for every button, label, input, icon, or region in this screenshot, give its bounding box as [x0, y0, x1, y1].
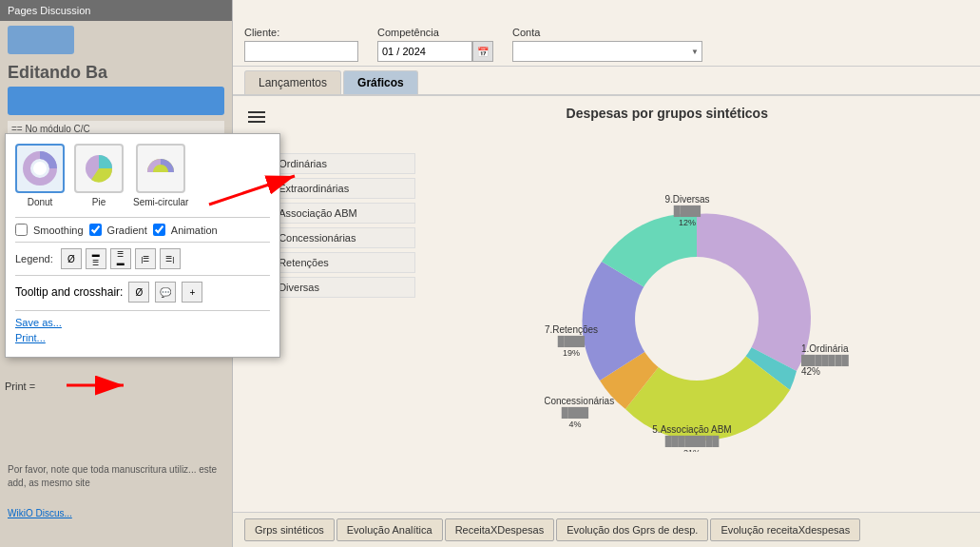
- checkboxes-row: Smoothing Gradient Animation: [15, 224, 270, 236]
- pie-type-label: Pie: [92, 197, 106, 207]
- value-text-retencoes: ████: [558, 335, 586, 348]
- smoothing-label: Smoothing: [33, 225, 84, 236]
- logo: [8, 26, 74, 54]
- popup-divider-1: [15, 217, 270, 218]
- btn-evolucao-receita[interactable]: Evolução receitaXdespesas: [710, 518, 860, 541]
- sidebar-logo-area: [0, 21, 232, 59]
- chart-type-pie[interactable]: Pie: [74, 144, 124, 207]
- print-equals-label: Print =: [5, 381, 35, 392]
- gradient-checkbox[interactable]: [89, 224, 102, 236]
- tooltip-bubble-btn[interactable]: 💬: [155, 282, 176, 303]
- animation-label: Animation: [171, 225, 218, 236]
- pct-abm: 21%: [683, 448, 701, 452]
- calendar-button[interactable]: 📅: [472, 41, 493, 62]
- conta-select-wrapper: [512, 41, 702, 62]
- legend-row-label: Legend:: [15, 253, 53, 264]
- label-diversas: 9.Diversas: [664, 194, 709, 205]
- conta-field: Conta: [512, 27, 702, 62]
- pct-retencoes: 19%: [563, 348, 580, 358]
- gradient-label: Gradient: [107, 225, 147, 236]
- svg-point-1: [33, 162, 47, 175]
- label-retencoes: 7.Retenções: [545, 324, 598, 335]
- sidebar-header-label: Pages Discussion: [8, 5, 90, 16]
- chart-type-donut[interactable]: Donut: [15, 144, 65, 207]
- legend-label-abm: 5.Associação ABM: [270, 207, 357, 219]
- legend-label-concessionarias: 6.Concessionárias: [270, 232, 356, 244]
- tooltip-none-btn[interactable]: Ø: [128, 282, 149, 303]
- semicircular-type-label: Semi-circular: [133, 197, 188, 207]
- cliente-field: Cliente:: [244, 27, 358, 62]
- donut-type-label: Donut: [28, 197, 53, 207]
- btn-grps-sinteticos[interactable]: Grps sintéticos: [244, 518, 335, 541]
- cliente-input[interactable]: [244, 41, 358, 62]
- tab-graficos[interactable]: Gráficos: [343, 70, 418, 94]
- legend-top-btn[interactable]: ▬☰: [86, 248, 106, 269]
- conta-label: Conta: [512, 27, 702, 38]
- legend-none-btn[interactable]: Ø: [61, 248, 82, 269]
- competencia-field: Competência 📅: [377, 27, 493, 62]
- save-as-link[interactable]: Save as...: [15, 317, 270, 328]
- hamburger-icon[interactable]: [244, 107, 269, 127]
- chart-type-semicircular[interactable]: Semi-circular: [133, 144, 188, 207]
- hamburger-line-2: [248, 116, 265, 118]
- chart-area: Despesas por grupos sintéticos 1.Ordinár…: [233, 96, 980, 512]
- conta-select[interactable]: [512, 41, 702, 62]
- donut-container: 1.Ordinárias ████████ 42% 4.Extraordinár…: [425, 106, 969, 502]
- bottom-buttons: Grps sintéticos Evolução Analítica Recei…: [233, 512, 980, 547]
- donut-hole: [635, 257, 759, 381]
- tab-lancamentos[interactable]: Lançamentos: [244, 70, 341, 94]
- sidebar-header: Pages Discussion: [0, 0, 232, 21]
- btn-evolucao-analitica[interactable]: Evolução Analítica: [336, 518, 443, 541]
- tabs-row: Lançamentos Gráficos: [233, 67, 980, 96]
- print-link[interactable]: Print...: [15, 332, 270, 343]
- sidebar-blue-bar: [8, 87, 224, 115]
- label-abm: 5.Associação ABM: [652, 424, 731, 435]
- pct-concessionarias: 4%: [568, 420, 581, 429]
- legend-right-btn[interactable]: ☰|: [160, 248, 181, 269]
- btn-receita-despesas[interactable]: ReceitaXDespesas: [445, 518, 555, 541]
- hamburger-line-3: [248, 121, 265, 123]
- btn-evolucao-gprs[interactable]: Evolução dos Gprs de desp.: [556, 518, 708, 541]
- sidebar-bottom-text: Por favor, note que toda manuscritura ut…: [8, 463, 224, 490]
- animation-checkbox[interactable]: [153, 224, 165, 236]
- cliente-label: Cliente:: [244, 27, 358, 38]
- competencia-input[interactable]: [377, 41, 472, 62]
- legend-row: Legend: Ø ▬☰ ☰▬ |☰ ☰|: [15, 248, 270, 269]
- tab-lancamentos-label: Lançamentos: [259, 76, 327, 89]
- label-concessionarias: 6.Concessionárias: [545, 396, 614, 406]
- pie-mini-svg: [82, 151, 116, 186]
- value-text-diversas: ████: [674, 205, 701, 218]
- hamburger-line-1: [248, 111, 265, 113]
- sidebar-bottom-link[interactable]: WikiO Discus...: [8, 508, 72, 518]
- competencia-input-group: 📅: [377, 41, 493, 62]
- donut-mini-svg: [23, 151, 57, 186]
- value-text-ordinarias: ████████: [801, 354, 849, 367]
- pct-diversas: 12%: [679, 218, 696, 227]
- tooltip-label: Tooltip and crosshair:: [15, 285, 123, 299]
- competencia-label: Competência: [377, 27, 493, 38]
- tab-graficos-label: Gráficos: [357, 76, 404, 89]
- smoothing-checkbox[interactable]: [15, 224, 28, 236]
- tooltip-cross-btn[interactable]: +: [182, 282, 202, 303]
- legend-bottom-btn[interactable]: ☰▬: [110, 248, 131, 269]
- pie-icon-box: [74, 144, 124, 193]
- legend-label-extraordinarias: 4.Extraordinárias: [270, 183, 349, 194]
- value-text-abm: ████████: [665, 435, 721, 448]
- main-content: Cliente: Competência 📅 Conta Lançamentos…: [233, 0, 980, 547]
- value-text-concessionarias: ████: [562, 406, 589, 420]
- semicircular-icon-box: [136, 144, 185, 193]
- chart-menu-icon[interactable]: [244, 107, 269, 127]
- legend-left-btn[interactable]: |☰: [135, 248, 156, 269]
- chart-options-popup: Donut Pie Semi-circular: [5, 133, 280, 358]
- label-ordinarias: 1.Ordinárias: [801, 343, 849, 354]
- chart-type-row: Donut Pie Semi-circular: [15, 144, 270, 207]
- tooltip-row: Tooltip and crosshair: Ø 💬 +: [15, 282, 270, 303]
- popup-divider-3: [15, 275, 270, 276]
- popup-divider-2: [15, 242, 270, 243]
- donut-chart-svg: 1.Ordinárias ████████ 42% 4.Extraordinár…: [545, 186, 849, 452]
- semi-mini-svg: [144, 151, 178, 186]
- popup-divider-4: [15, 310, 270, 311]
- sidebar-title: Editando Ba: [0, 59, 232, 85]
- donut-icon-box: [15, 144, 65, 193]
- top-form: Cliente: Competência 📅 Conta: [233, 0, 980, 67]
